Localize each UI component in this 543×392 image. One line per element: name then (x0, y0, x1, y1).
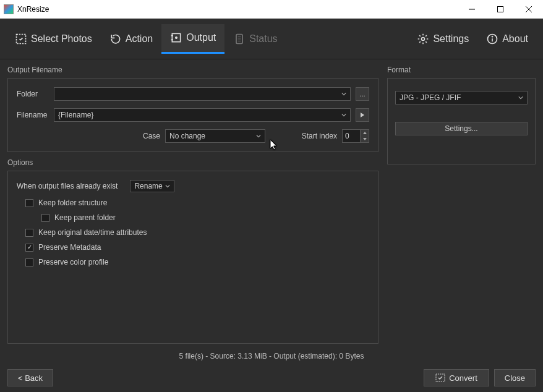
chevron-down-icon (341, 90, 346, 98)
convert-button[interactable]: Convert (424, 369, 489, 386)
start-index-value: 0 (345, 132, 349, 140)
filename-label: Filename (17, 111, 49, 119)
filename-template-button[interactable] (356, 108, 369, 122)
tab-output-label: Output (186, 32, 216, 43)
exist-label: When output files already exist (17, 182, 118, 190)
close-button[interactable]: Close (494, 369, 536, 386)
minimize-button[interactable] (458, 0, 486, 19)
window-controls (458, 0, 543, 19)
svg-point-14 (492, 36, 493, 37)
svg-point-6 (176, 36, 177, 38)
chevron-down-icon (518, 93, 523, 102)
action-icon (109, 33, 122, 45)
preserve-meta-checkbox[interactable] (25, 244, 33, 252)
tab-status-label: Status (249, 33, 277, 45)
filename-combo[interactable]: {Filename} (54, 108, 351, 122)
titlebar: XnResize (0, 0, 543, 19)
exist-value: Rename (134, 182, 162, 190)
format-title: Format (387, 66, 536, 74)
select-photos-icon (15, 33, 27, 45)
close-window-button[interactable] (515, 0, 543, 19)
status-text: 5 file(s) - Source: 3.13 MiB - Output (e… (179, 352, 364, 360)
output-filename-section: Output Filename Folder ... Filename {Fil… (7, 66, 378, 152)
folder-combo[interactable] (54, 87, 351, 101)
preserve-meta-label: Preserve Metadata (38, 243, 101, 252)
options-title: Options (7, 158, 378, 167)
tab-status[interactable]: Status (224, 24, 286, 54)
output-icon (170, 32, 182, 44)
spin-down[interactable] (360, 136, 369, 142)
main-content: Output Filename Folder ... Filename {Fil… (0, 59, 543, 344)
gear-icon (417, 33, 429, 45)
case-combo[interactable]: No change (165, 129, 265, 143)
spin-up[interactable] (360, 130, 369, 136)
start-index-spin[interactable]: 0 (342, 129, 369, 143)
folder-label: Folder (17, 90, 49, 98)
tab-settings[interactable]: Settings (408, 24, 477, 54)
info-icon (486, 33, 498, 45)
tab-action-label: Action (126, 33, 153, 45)
browse-folder-button[interactable]: ... (356, 87, 369, 101)
keep-folder-label: Keep folder structure (38, 198, 107, 207)
window-title: XnResize (17, 5, 458, 14)
chevron-down-icon (341, 111, 346, 119)
tab-select-photos[interactable]: Select Photos (6, 24, 101, 54)
start-index-label: Start index (302, 132, 337, 140)
bottom-bar: < Back Convert Close (0, 364, 543, 392)
back-button[interactable]: < Back (7, 369, 53, 386)
case-value: No change (169, 132, 205, 140)
play-icon (360, 112, 365, 118)
maximize-button[interactable] (486, 0, 515, 19)
format-settings-button[interactable]: Settings... (395, 122, 528, 135)
tab-settings-label: Settings (433, 33, 469, 45)
tab-about-label: About (502, 33, 528, 45)
tab-output[interactable]: Output (161, 24, 224, 54)
exist-combo[interactable]: Rename (130, 180, 174, 192)
keep-folder-checkbox[interactable] (25, 199, 33, 207)
format-value: JPG - JPEG / JFIF (400, 93, 461, 102)
svg-point-11 (422, 37, 425, 40)
tab-select-photos-label: Select Photos (31, 33, 92, 45)
svg-rect-1 (498, 7, 503, 12)
tab-action[interactable]: Action (101, 24, 161, 54)
keep-date-checkbox[interactable] (25, 229, 33, 237)
keep-parent-checkbox[interactable] (41, 214, 49, 222)
tab-about[interactable]: About (477, 24, 537, 54)
top-tab-bar: Select Photos Action Output Status Setti… (0, 19, 543, 59)
case-label: Case (140, 132, 160, 140)
format-section: Format JPG - JPEG / JFIF Settings... (387, 66, 536, 344)
preserve-color-checkbox[interactable] (25, 258, 33, 266)
status-bar: 5 file(s) - Source: 3.13 MiB - Output (e… (0, 349, 543, 364)
keep-parent-label: Keep parent folder (54, 213, 116, 222)
chevron-down-icon (256, 132, 261, 140)
app-icon (4, 4, 14, 14)
keep-date-label: Keep original date/time attributes (38, 228, 147, 237)
filename-value: {Filename} (58, 111, 93, 119)
options-section: Options When output files already exist … (7, 158, 378, 344)
preserve-color-label: Preserve color profile (38, 258, 108, 266)
convert-icon (435, 373, 445, 382)
format-combo[interactable]: JPG - JPEG / JFIF (395, 91, 528, 104)
status-icon (233, 33, 246, 45)
output-filename-title: Output Filename (7, 66, 378, 74)
chevron-down-icon (165, 182, 170, 190)
